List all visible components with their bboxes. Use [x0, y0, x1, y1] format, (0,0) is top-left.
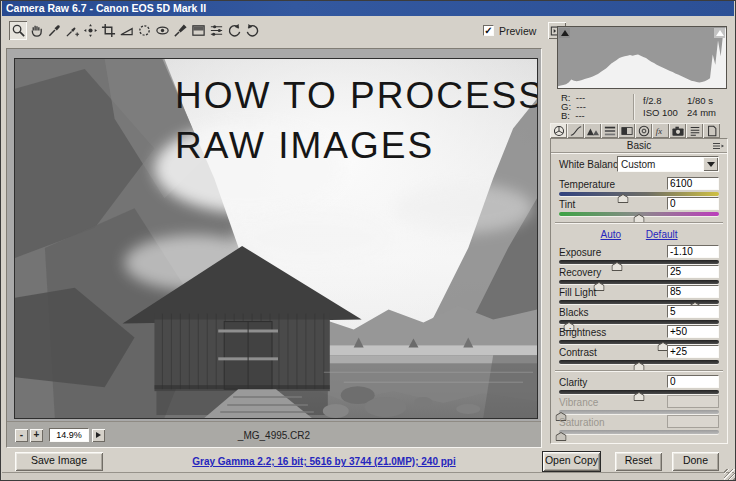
- white-balance-tool[interactable]: [45, 21, 63, 40]
- crop-tool[interactable]: [99, 21, 117, 40]
- spot-removal-tool[interactable]: [135, 21, 153, 40]
- saturation-slider-thumb[interactable]: [555, 427, 566, 436]
- tab-lens-corrections[interactable]: [635, 123, 652, 138]
- targeted-adjustment-tool-icon: [83, 23, 98, 38]
- auto-link[interactable]: Auto: [600, 229, 621, 240]
- tint-slider-thumb[interactable]: [634, 209, 645, 218]
- blacks-value-input[interactable]: [667, 305, 719, 318]
- section-divider: [559, 218, 719, 228]
- slider-contrast: Contrast: [559, 346, 719, 366]
- contrast-slider-thumb[interactable]: [634, 357, 645, 366]
- preview-frame: HOW TO PROCESS RAW IMAGES - + _MG_4995.C…: [6, 48, 542, 448]
- vibrance-slider-thumb[interactable]: [555, 407, 566, 416]
- temperature-value-input[interactable]: [667, 177, 719, 190]
- reset-button[interactable]: Reset: [615, 452, 662, 471]
- photo-overlay-title: HOW TO PROCESS RAW IMAGES: [175, 71, 538, 171]
- clarity-slider-track[interactable]: [559, 390, 719, 394]
- tab-presets[interactable]: [686, 123, 703, 138]
- hand-tool-icon: [29, 23, 44, 38]
- graduated-filter-tool[interactable]: [189, 21, 207, 40]
- vibrance-value-input[interactable]: [667, 395, 719, 408]
- targeted-adjustment-tool[interactable]: [81, 21, 99, 40]
- recovery-value-input[interactable]: [667, 265, 719, 278]
- exposure-value-input[interactable]: [667, 245, 719, 258]
- tab-basic[interactable]: [550, 123, 567, 138]
- zoom-tool[interactable]: [9, 21, 27, 40]
- workflow-options-link[interactable]: Gray Gamma 2.2; 16 bit; 5616 by 3744 (21…: [192, 456, 455, 467]
- exposure-slider-track[interactable]: [559, 260, 719, 264]
- highlight-clipping-toggle[interactable]: [714, 28, 725, 38]
- rotate-left-tool[interactable]: [225, 21, 243, 40]
- recovery-slider-thumb[interactable]: [594, 277, 605, 286]
- brightness-slider-track[interactable]: [559, 340, 719, 344]
- tab-presets-icon: [688, 125, 702, 137]
- exif-info: R: --- G: --- B: --- f/2.81/80 s ISO 100…: [557, 93, 727, 121]
- tab-effects[interactable]: fx: [652, 123, 669, 138]
- rotate-right-tool-icon: [245, 23, 260, 38]
- preview-photo[interactable]: HOW TO PROCESS RAW IMAGES: [14, 58, 538, 419]
- white-balance-dropdown-button[interactable]: [703, 157, 718, 171]
- exposure-label: Exposure: [559, 247, 601, 258]
- tint-value-input[interactable]: [667, 197, 719, 210]
- white-balance-dropdown[interactable]: Custom: [617, 156, 719, 172]
- straighten-tool-icon: [119, 23, 134, 38]
- window-bottom-edge: [2, 472, 734, 480]
- slider-blacks: Blacks: [559, 306, 719, 326]
- tint-slider-track[interactable]: [559, 212, 719, 216]
- tab-lens-corrections-icon: [637, 125, 651, 137]
- default-link[interactable]: Default: [646, 229, 678, 240]
- red-eye-removal-tool[interactable]: [153, 21, 171, 40]
- done-button[interactable]: Done: [672, 452, 719, 471]
- tab-camera-calibration[interactable]: [669, 123, 686, 138]
- tab-basic-icon: [552, 125, 566, 137]
- adjustment-brush-tool[interactable]: [171, 21, 189, 40]
- title-bar[interactable]: Camera Raw 6.7 - Canon EOS 5D Mark II: [2, 1, 734, 16]
- hand-tool[interactable]: [27, 21, 45, 40]
- clarity-slider-thumb[interactable]: [634, 387, 645, 396]
- panel-menu-icon[interactable]: [712, 142, 724, 150]
- panel-tabs: fx: [550, 123, 720, 138]
- panel-title: Basic: [627, 140, 651, 151]
- rotate-right-tool[interactable]: [243, 21, 261, 40]
- vibrance-slider-track[interactable]: [559, 410, 719, 414]
- tab-tone-curve[interactable]: [567, 123, 584, 138]
- open-copy-button[interactable]: Open Copy: [543, 452, 600, 471]
- blacks-slider-thumb[interactable]: [563, 317, 574, 326]
- white-balance-value: Custom: [621, 159, 655, 170]
- fill-light-slider-track[interactable]: [559, 300, 719, 304]
- tab-snapshots[interactable]: [703, 123, 720, 138]
- white-balance-tool-icon: [47, 23, 62, 38]
- preferences-tool[interactable]: [207, 21, 225, 40]
- clarity-value-input[interactable]: [667, 375, 719, 388]
- brightness-value-input[interactable]: [667, 325, 719, 338]
- saturation-slider-track[interactable]: [559, 430, 719, 434]
- saturation-value-input[interactable]: [667, 415, 719, 428]
- color-sampler-tool-icon: [65, 23, 80, 38]
- recovery-slider-track[interactable]: [559, 280, 719, 284]
- shadow-clipping-toggle[interactable]: [559, 28, 570, 38]
- zoom-tool-icon: [11, 23, 26, 38]
- overlay-title-line2: RAW IMAGES: [175, 121, 538, 171]
- basic-panel: Basic White Balance: Custom TemperatureT…: [550, 138, 728, 444]
- temperature-label: Temperature: [559, 179, 615, 190]
- contrast-slider-track[interactable]: [559, 360, 719, 364]
- tab-hsl-grayscale[interactable]: [601, 123, 618, 138]
- color-sampler-tool[interactable]: [63, 21, 81, 40]
- exposure-slider-thumb[interactable]: [611, 257, 622, 266]
- resize-grip[interactable]: [724, 469, 735, 480]
- tab-split-toning[interactable]: [618, 123, 635, 138]
- straighten-tool[interactable]: [117, 21, 135, 40]
- save-image-button[interactable]: Save Image: [15, 452, 103, 471]
- tab-snapshots-icon: [705, 125, 719, 137]
- temperature-slider-thumb[interactable]: [618, 189, 629, 198]
- tab-detail[interactable]: [584, 123, 601, 138]
- brightness-label: Brightness: [559, 327, 606, 338]
- tab-camera-calibration-icon: [671, 125, 685, 137]
- focal-length-value: 24 mm: [687, 107, 716, 119]
- preview-checkbox[interactable]: ✓: [483, 25, 494, 36]
- exif-divider: [633, 94, 635, 120]
- blacks-slider-track[interactable]: [559, 320, 719, 324]
- slider-exposure: Exposure: [559, 246, 719, 266]
- temperature-slider-track[interactable]: [559, 192, 719, 196]
- contrast-value-input[interactable]: [667, 345, 719, 358]
